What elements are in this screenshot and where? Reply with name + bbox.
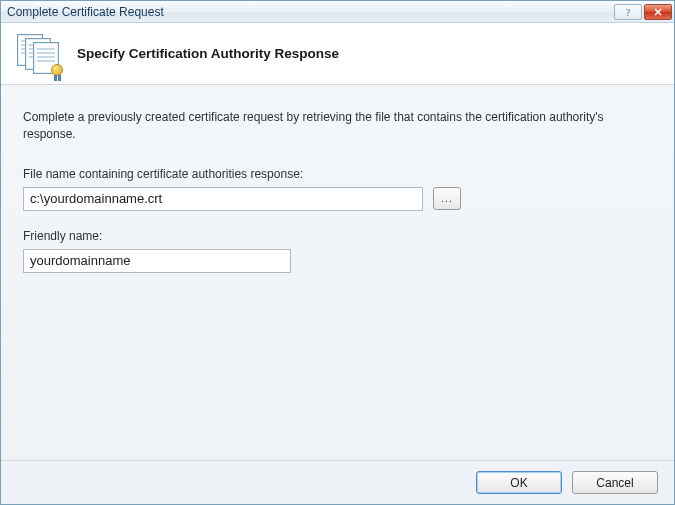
- file-name-input[interactable]: [23, 187, 423, 211]
- header-title: Specify Certification Authority Response: [77, 46, 339, 61]
- instruction-text: Complete a previously created certificat…: [23, 109, 633, 143]
- titlebar: Complete Certificate Request ?: [1, 1, 674, 23]
- friendly-name-input[interactable]: [23, 249, 291, 273]
- file-name-label: File name containing certificate authori…: [23, 167, 652, 181]
- svg-text:?: ?: [626, 7, 631, 17]
- window-controls: ?: [614, 4, 672, 20]
- browse-button[interactable]: ...: [433, 187, 461, 210]
- close-button[interactable]: [644, 4, 672, 20]
- dialog-window: Complete Certificate Request ? Specify C…: [0, 0, 675, 505]
- friendly-name-row: [23, 249, 652, 273]
- file-name-row: ...: [23, 187, 652, 211]
- dialog-footer: OK Cancel: [1, 460, 674, 504]
- ok-button[interactable]: OK: [476, 471, 562, 494]
- cancel-button[interactable]: Cancel: [572, 471, 658, 494]
- friendly-name-label: Friendly name:: [23, 229, 652, 243]
- window-title: Complete Certificate Request: [7, 5, 164, 19]
- help-button[interactable]: ?: [614, 4, 642, 20]
- dialog-header: Specify Certification Authority Response: [1, 23, 674, 85]
- dialog-content: Complete a previously created certificat…: [1, 85, 674, 460]
- certificate-icon: [17, 34, 61, 74]
